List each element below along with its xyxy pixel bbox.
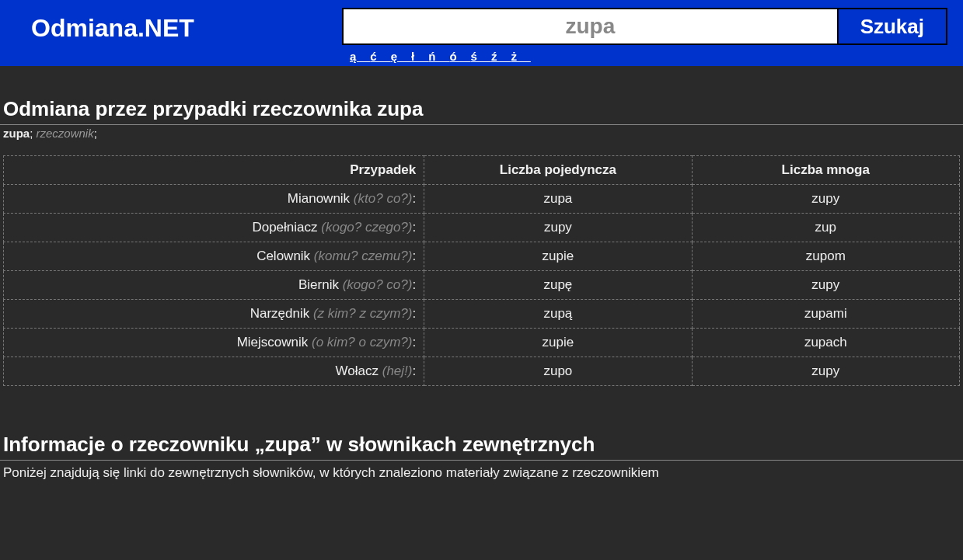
case-name: Narzędnik (250, 306, 313, 321)
plural-cell: zupy (692, 357, 959, 386)
table-row: Mianownik (kto? co?):zupazupy (4, 185, 960, 214)
table-row: Dopełniacz (kogo? czego?):zupyzup (4, 214, 960, 242)
case-name: Wołacz (336, 363, 382, 378)
table-header-row: Przypadek Liczba pojedyncza Liczba mnoga (4, 156, 960, 185)
char-l-stroke[interactable]: ł (411, 50, 428, 63)
case-name: Miejscownik (237, 335, 312, 350)
char-n-acute[interactable]: ń (428, 50, 449, 63)
case-colon: : (412, 363, 416, 378)
subtitle-sep2: ; (94, 127, 97, 140)
search-button[interactable]: Szukaj (837, 9, 946, 43)
char-z-acute[interactable]: ź (491, 50, 511, 63)
singular-cell: zupa (424, 185, 692, 214)
table-row: Miejscownik (o kim? o czym?):zupiezupach (4, 329, 960, 357)
plural-cell: zupy (692, 271, 959, 300)
search-input[interactable] (344, 9, 837, 43)
external-desc: Poniżej znajdują się linki do zewnętrzny… (0, 461, 963, 485)
search-area: Szukaj ąćęłńóśźż (342, 6, 947, 63)
case-colon: : (412, 277, 416, 292)
case-colon: : (412, 191, 416, 206)
search-row: Szukaj (342, 8, 947, 45)
case-colon: : (412, 249, 416, 263)
case-cell: Celownik (komu? czemu?): (4, 242, 424, 271)
case-question: (kogo? co?) (343, 277, 413, 292)
table-row: Biernik (kogo? co?):zupęzupy (4, 271, 960, 300)
case-name: Dopełniacz (252, 220, 321, 235)
th-plural: Liczba mnoga (692, 156, 959, 185)
char-o-acute[interactable]: ó (449, 50, 470, 63)
page-heading: Odmiana przez przypadki rzeczownika zupa (0, 97, 963, 125)
plural-cell: zupy (692, 185, 959, 214)
case-question: (z kim? z czym?) (313, 306, 413, 321)
case-cell: Narzędnik (z kim? z czym?): (4, 300, 424, 329)
external-heading: Informacje o rzeczowniku „zupa” w słowni… (0, 433, 963, 461)
case-name: Celownik (256, 249, 314, 263)
case-cell: Dopełniacz (kogo? czego?): (4, 214, 424, 242)
case-colon: : (412, 220, 416, 235)
plural-cell: zupami (692, 300, 959, 329)
singular-cell: zupie (424, 242, 692, 271)
site-title[interactable]: Odmiana.NET (16, 6, 342, 50)
special-chars-row: ąćęłńóśźż (342, 45, 947, 63)
char-s-acute[interactable]: ś (471, 50, 491, 63)
char-a-ogonek[interactable]: ą (350, 50, 370, 63)
case-cell: Mianownik (kto? co?): (4, 185, 424, 214)
external-section: Informacje o rzeczowniku „zupa” w słowni… (0, 433, 963, 485)
declension-table: Przypadek Liczba pojedyncza Liczba mnoga… (3, 155, 960, 386)
char-e-ogonek[interactable]: ę (391, 50, 411, 63)
singular-cell: zupę (424, 271, 692, 300)
singular-cell: zupą (424, 300, 692, 329)
case-cell: Miejscownik (o kim? o czym?): (4, 329, 424, 357)
case-cell: Biernik (kogo? co?): (4, 271, 424, 300)
table-row: Narzędnik (z kim? z czym?):zupązupami (4, 300, 960, 329)
content: Odmiana przez przypadki rzeczownika zupa… (0, 66, 963, 485)
subtitle-word: zupa (3, 127, 30, 140)
case-question: (hej!) (382, 363, 413, 378)
th-singular: Liczba pojedyncza (424, 156, 692, 185)
table-row: Celownik (komu? czemu?):zupiezupom (4, 242, 960, 271)
table-row: Wołacz (hej!):zupozupy (4, 357, 960, 386)
char-z-dot[interactable]: ż (511, 50, 531, 63)
case-colon: : (412, 335, 416, 350)
singular-cell: zupy (424, 214, 692, 242)
case-name: Mianownik (288, 191, 354, 206)
subtitle: zupa; rzeczownik; (0, 125, 963, 155)
char-c-acute[interactable]: ć (370, 50, 390, 63)
case-question: (komu? czemu?) (314, 249, 413, 263)
case-colon: : (412, 306, 416, 321)
subtitle-sep1: ; (30, 127, 36, 140)
plural-cell: zupom (692, 242, 959, 271)
case-question: (kogo? czego?) (321, 220, 412, 235)
case-question: (o kim? o czym?) (312, 335, 412, 350)
case-name: Biernik (298, 277, 343, 292)
header-bar: Odmiana.NET Szukaj ąćęłńóśźż (0, 0, 963, 66)
plural-cell: zup (692, 214, 959, 242)
subtitle-pos: rzeczownik (37, 127, 94, 140)
case-cell: Wołacz (hej!): (4, 357, 424, 386)
case-question: (kto? co?) (354, 191, 413, 206)
th-case: Przypadek (4, 156, 424, 185)
singular-cell: zupo (424, 357, 692, 386)
plural-cell: zupach (692, 329, 959, 357)
singular-cell: zupie (424, 329, 692, 357)
